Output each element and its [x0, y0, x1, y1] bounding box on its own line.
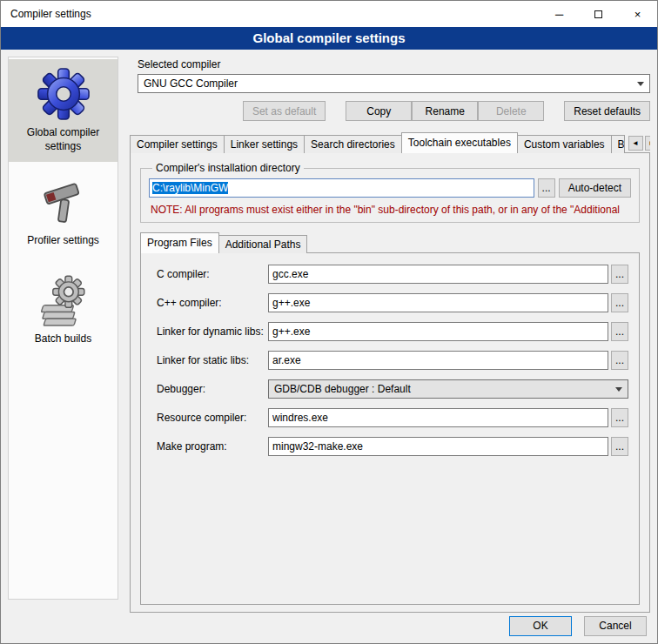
debugger-select[interactable]: GDB/CDB debugger : Default: [268, 379, 628, 399]
arrow-left-icon: ◄: [632, 139, 639, 147]
resource-compiler-input[interactable]: [268, 408, 608, 427]
linker-dynamic-input[interactable]: [268, 322, 608, 341]
rename-button[interactable]: Rename: [412, 101, 478, 121]
maximize-icon: [594, 10, 602, 18]
linker-static-label: Linker for static libs:: [157, 354, 268, 366]
tab-toolchain-executables[interactable]: Toolchain executables: [401, 132, 518, 153]
compiler-gear-icon: [37, 67, 91, 121]
delete-button: Delete: [478, 101, 544, 121]
tab-scroll-left-button[interactable]: ◄: [628, 136, 643, 151]
debugger-label: Debugger:: [157, 383, 268, 395]
close-button[interactable]: ×: [618, 1, 657, 27]
field-row: Make program: ...: [157, 437, 628, 456]
tab-search-directories[interactable]: Search directories: [304, 135, 402, 153]
install-dir-input[interactable]: C:\raylib\MinGW: [149, 178, 534, 198]
c-compiler-browse-button[interactable]: ...: [611, 265, 628, 284]
installation-directory-label: Compiler's installation directory: [152, 162, 304, 174]
dialog-banner: Global compiler settings: [1, 27, 657, 50]
field-row: Linker for static libs: ...: [157, 351, 628, 370]
tab-additional-paths[interactable]: Additional Paths: [218, 235, 308, 253]
ok-button[interactable]: OK: [509, 616, 572, 636]
dialog-footer: OK Cancel: [1, 608, 657, 643]
compiler-select-value: GNU GCC Compiler: [144, 77, 238, 90]
make-program-input[interactable]: [268, 437, 608, 456]
profiler-icon: [38, 178, 89, 229]
compiler-select[interactable]: GNU GCC Compiler: [138, 74, 650, 93]
linker-static-browse-button[interactable]: ...: [611, 351, 628, 370]
reset-defaults-button[interactable]: Reset defaults: [564, 101, 650, 121]
debugger-select-value: GDB/CDB debugger : Default: [274, 383, 411, 395]
program-files-tabstrip: Program Files Additional Paths: [140, 233, 644, 253]
installation-directory-group: Compiler's installation directory C:\ray…: [140, 162, 640, 223]
make-program-label: Make program:: [157, 440, 268, 453]
sidebar-item-profiler-settings[interactable]: Profiler settings: [9, 171, 118, 256]
cancel-button[interactable]: Cancel: [584, 616, 647, 636]
arrow-right-icon: ►: [648, 139, 650, 147]
resource-compiler-label: Resource compiler:: [157, 412, 268, 424]
field-row: Debugger: GDB/CDB debugger : Default: [157, 379, 628, 399]
toolchain-executables-page: Compiler's installation directory C:\ray…: [130, 152, 650, 613]
field-row: Resource compiler: ...: [157, 408, 628, 427]
program-files-page: C compiler: ... C++ compiler: ... Linker…: [140, 252, 640, 605]
window-controls: ─ ×: [540, 1, 657, 27]
install-dir-browse-button[interactable]: ...: [538, 178, 555, 198]
installation-directory-row: C:\raylib\MinGW ... Auto-detect: [149, 178, 631, 198]
cpp-compiler-browse-button[interactable]: ...: [611, 293, 628, 312]
sidebar-item-batch-builds[interactable]: Batch builds: [9, 265, 118, 354]
cpp-compiler-input[interactable]: [268, 293, 608, 312]
tab-scrollers: ◄ ►: [625, 136, 650, 153]
field-row: C compiler: ...: [157, 265, 628, 284]
close-icon: ×: [634, 8, 641, 21]
compiler-actions: Set as default Copy Rename Delete Reset …: [130, 101, 650, 121]
selected-compiler-label: Selected compiler: [138, 58, 650, 70]
sidebar-item-label: Batch builds: [35, 332, 91, 345]
tab-build[interactable]: Build: [611, 135, 625, 153]
resource-compiler-browse-button[interactable]: ...: [611, 408, 628, 427]
c-compiler-input[interactable]: [268, 265, 608, 284]
main-panel: Selected compiler GNU GCC Compiler Set a…: [130, 55, 650, 613]
compiler-settings-window: Compiler settings ─ × Global compiler se…: [0, 0, 658, 644]
window-title: Compiler settings: [10, 8, 91, 20]
sidebar-item-label: Profiler settings: [27, 233, 99, 247]
tab-linker-settings[interactable]: Linker settings: [224, 135, 305, 153]
sidebar-item-global-compiler-settings[interactable]: Global compiler settings: [9, 59, 118, 162]
settings-tabstrip: Compiler settings Linker settings Search…: [130, 132, 650, 153]
cpp-compiler-label: C++ compiler:: [157, 297, 268, 309]
tab-program-files[interactable]: Program Files: [140, 232, 219, 253]
sidebar-item-label: Global compiler settings: [10, 125, 116, 153]
tab-custom-variables[interactable]: Custom variables: [517, 135, 612, 153]
linker-static-input[interactable]: [268, 351, 608, 370]
field-row: Linker for dynamic libs: ...: [157, 322, 628, 341]
set-as-default-button: Set as default: [243, 101, 326, 121]
c-compiler-label: C compiler:: [157, 268, 268, 280]
tab-scroll-right-button[interactable]: ►: [645, 136, 650, 151]
autodetect-button[interactable]: Auto-detect: [559, 178, 631, 198]
tab-compiler-settings[interactable]: Compiler settings: [130, 135, 225, 153]
linker-dynamic-browse-button[interactable]: ...: [611, 322, 628, 341]
settings-category-list: Global compiler settings Profiler settin…: [8, 57, 118, 600]
minimize-icon: ─: [555, 8, 563, 21]
field-row: C++ compiler: ...: [157, 293, 628, 312]
make-program-browse-button[interactable]: ...: [611, 437, 628, 456]
maximize-button[interactable]: [579, 1, 618, 27]
chevron-down-icon: [637, 82, 644, 86]
copy-button[interactable]: Copy: [346, 101, 412, 121]
linker-dynamic-label: Linker for dynamic libs:: [157, 325, 268, 338]
titlebar: Compiler settings ─ ×: [1, 1, 657, 27]
chevron-down-icon: [615, 387, 622, 392]
batch-builds-icon: [37, 273, 91, 327]
note-text: NOTE: All programs must exist either in …: [151, 204, 631, 216]
install-dir-selected-text: C:\raylib\MinGW: [152, 182, 228, 194]
minimize-button[interactable]: ─: [540, 1, 579, 27]
